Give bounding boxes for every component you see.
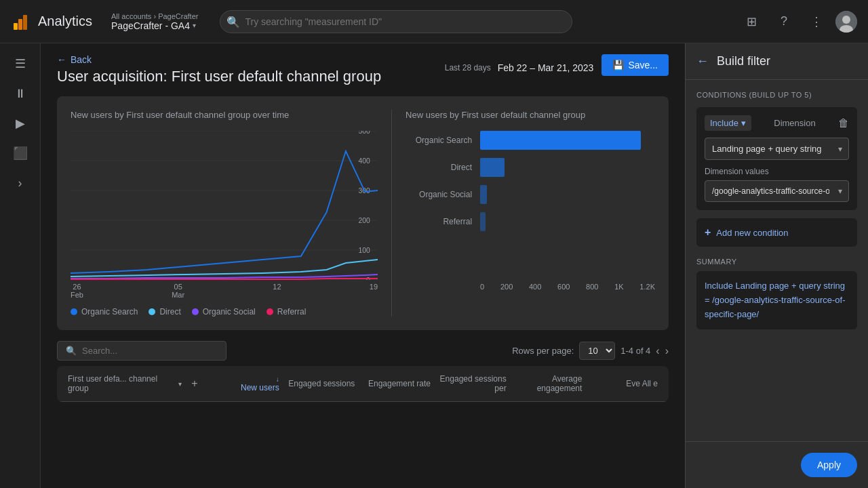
search-input[interactable] [220,10,572,33]
account-dropdown-icon: ▾ [193,22,196,29]
account-name: PageCrafter - GA4 [111,20,190,31]
svg-rect-1 [18,19,22,30]
x-tick-12k: 1.2K [639,283,655,291]
apply-button[interactable]: Apply [801,453,857,477]
apps-button[interactable]: ⊞ [738,8,765,35]
main-layout: ☰ ⏸ ▶ ⬛ › ← Back User acquisition: First… [0,43,868,488]
date-range: Last 28 days Feb 22 – Mar 21, 2023 [445,62,594,73]
panel-back-button[interactable]: ← [696,54,709,68]
legend-dot-social [192,308,199,315]
summary-box: Include Landing page + query string = /g… [696,271,857,329]
back-button[interactable]: ← Back [57,54,445,65]
add-column-button[interactable]: + [186,374,203,393]
col-header-events[interactable]: Eve All e [582,379,658,388]
col-header-channel[interactable]: First user defa... channel group ▾ + [68,374,203,393]
bar-chart-section: New users by First user default channel … [392,110,655,317]
pause-icon[interactable]: ▶ [7,110,34,137]
svg-rect-0 [14,23,18,30]
include-dropdown[interactable]: Include ▾ [705,115,751,131]
legend-organic-search: Organic Search [71,307,138,317]
svg-text:200: 200 [358,216,370,224]
include-label: Include [710,118,738,128]
x-tick-600: 600 [557,283,570,291]
conditions-label: CONDITIONS (BUILD UP TO 5) [696,91,857,99]
bar-chart-area: Organic Search Direct Orga [406,131,655,280]
x-tick-400: 400 [529,283,541,291]
legend-label-referral: Referral [277,307,307,317]
panel-body: CONDITIONS (BUILD UP TO 5) Include ▾ Dim… [686,80,868,441]
svg-point-4 [842,16,850,24]
summary-section: SUMMARY Include Landing page + query str… [696,258,857,329]
col-avg-engagement-label: Average engagement [507,374,583,393]
svg-text:500: 500 [358,131,370,135]
bar-row-referral: Referral [406,212,655,231]
x-date-4: 19 [370,283,378,299]
svg-text:400: 400 [358,157,370,165]
app-title: Analytics [38,14,92,29]
avatar[interactable] [835,11,857,33]
breadcrumb-account[interactable]: PageCrafter [158,12,198,20]
table-section: 🔍 Rows per page: 10 25 50 1-4 of 4 ‹ › [57,336,669,402]
bar-label-social: Organic Social [406,190,480,199]
dim-value-select-box: /google-analytics-traffic-source-of-spe [705,180,849,202]
bar-row-social: Organic Social [406,185,655,204]
breadcrumb: All accounts › PageCrafter [111,12,198,20]
more-button[interactable]: ⋮ [803,8,830,35]
col-header-engaged-per-user[interactable]: Engaged sessions per [431,374,507,393]
account-selector[interactable]: PageCrafter - GA4 ▾ [111,20,198,31]
prev-page-button[interactable]: ‹ [656,345,659,357]
delete-condition-button[interactable]: 🗑 [838,117,849,129]
legend-dot-referral [267,308,273,315]
col-header-engaged-sessions[interactable]: Engaged sessions [279,379,355,388]
search-icon: 🔍 [226,15,240,28]
bar-label-referral: Referral [406,217,480,226]
rows-per-page-select[interactable]: 10 25 50 [579,342,615,360]
bar-label-organic: Organic Search [406,136,480,145]
summary-include-word: Include [705,281,733,291]
bar-referral [480,212,486,231]
account-nav: All accounts › PageCrafter PageCrafter -… [111,12,198,31]
bar-label-direct: Direct [406,163,480,172]
include-dropdown-arrow-icon: ▾ [741,118,746,128]
header-right: Last 28 days Feb 22 – Mar 21, 2023 💾 Sav… [445,54,669,76]
next-page-button[interactable]: › [665,345,669,357]
chart-legend: Organic Search Direct Organic Social [71,307,378,317]
dim-value-select[interactable]: /google-analytics-traffic-source-of-spe [705,180,849,202]
bar-x-axis: 0 200 400 600 800 1K 1.2K [406,283,655,291]
data-table: First user defa... channel group ▾ + ↓ N… [57,366,669,402]
page-header: ← Back User acquisition: First user defa… [41,43,685,91]
save-label: Save... [628,60,658,70]
bar-organic [480,131,641,150]
col-events-label: Eve All e [626,379,658,388]
col-header-engagement-rate[interactable]: Engagement rate [355,379,431,388]
charts-grid: New users by First user default channel … [71,110,655,317]
table-search-input[interactable] [82,346,218,356]
table-toolbar: 🔍 Rows per page: 10 25 50 1-4 of 4 ‹ › [57,336,669,366]
analytics-logo [11,12,30,31]
help-button[interactable]: ? [770,8,797,35]
col-header-new-users[interactable]: ↓ New users [203,375,279,392]
legend-referral: Referral [267,307,307,317]
legend-dot-direct [149,308,155,315]
x-tick-800: 800 [586,283,598,291]
add-condition-button[interactable]: + Add new condition [696,218,857,247]
breadcrumb-sep: › [153,12,156,20]
legend-label-direct: Direct [159,307,180,317]
home-icon[interactable]: ⏸ [7,80,34,107]
col-channel-dropdown-icon: ▾ [178,380,182,388]
bar-track-social [480,185,655,204]
col-new-users-label: New users [241,383,279,392]
breadcrumb-accounts[interactable]: All accounts [111,12,151,20]
pagination-info: 1-4 of 4 [620,346,650,356]
table-search-box[interactable]: 🔍 [57,341,226,361]
save-button[interactable]: 💾 Save... [601,54,669,76]
col-header-avg-engagement[interactable]: Average engagement [507,374,583,393]
svg-text:100: 100 [358,246,370,254]
summary-value: /google-analytics-traffic-source-of-spec… [705,295,846,319]
stop-icon[interactable]: ⬛ [7,140,34,167]
table-search-icon: 🔍 [66,346,77,356]
sidebar-toggle[interactable]: ☰ [7,50,34,77]
svg-rect-2 [23,15,27,30]
expand-icon[interactable]: › [7,169,34,197]
dimension-select[interactable]: Landing page + query string Page path So… [705,138,849,160]
